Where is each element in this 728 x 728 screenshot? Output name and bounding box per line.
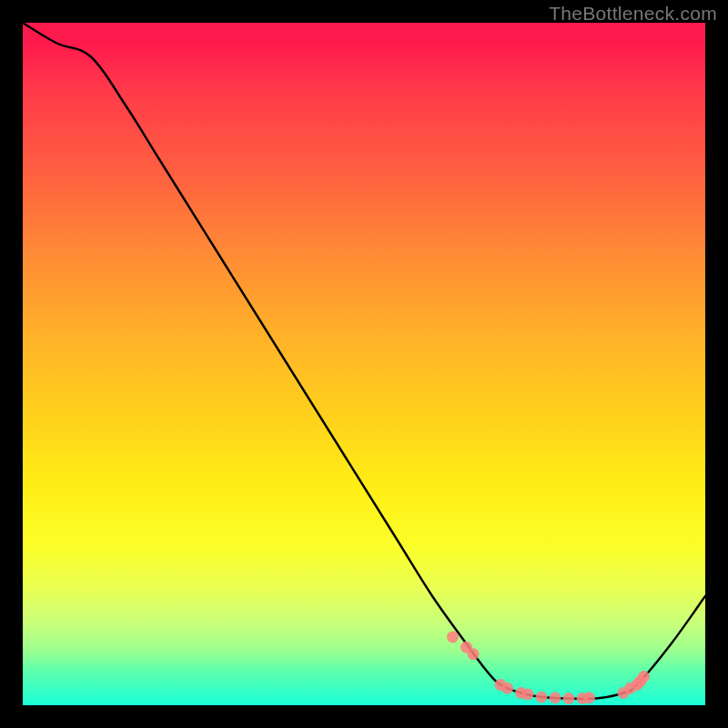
marker-dot xyxy=(536,692,548,703)
marker-dot xyxy=(447,632,459,643)
marker-dot xyxy=(563,693,575,704)
watermark-text: TheBottleneck.com xyxy=(549,3,717,25)
marker-dot xyxy=(550,692,561,703)
marker-dot xyxy=(501,682,513,694)
chart-svg xyxy=(23,23,705,705)
plot-area xyxy=(23,23,705,705)
bottleneck-curve-line xyxy=(23,23,705,699)
marker-dot xyxy=(468,648,480,660)
marker-dot xyxy=(638,671,650,682)
marker-dot xyxy=(522,689,534,701)
marker-dot xyxy=(583,692,595,703)
highlighted-points-group xyxy=(447,632,650,705)
chart-frame: TheBottleneck.com xyxy=(0,0,728,728)
